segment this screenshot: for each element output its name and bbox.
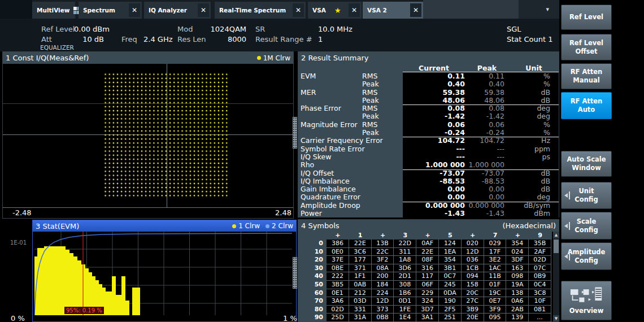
symbol-cell[interactable]: 029 (484, 240, 507, 248)
symbol-cell[interactable]: 02D (327, 306, 349, 314)
symbol-cell[interactable]: 324 (416, 297, 439, 306)
symbol-cell[interactable]: 371 (349, 264, 372, 273)
symbol-cell[interactable]: 094 (462, 272, 484, 281)
softkey-amplitude-config[interactable]: Amplitude Config (561, 242, 612, 270)
symbol-cell[interactable]: 2F5 (439, 306, 462, 314)
symbol-cell[interactable]: 01F (484, 281, 507, 289)
symbol-cell[interactable]: 3A1 (416, 314, 439, 322)
symbol-cell[interactable]: 22D (394, 240, 416, 248)
symbol-cell[interactable]: 0E0 (327, 248, 349, 256)
symbol-cell[interactable]: 354 (439, 256, 462, 264)
symbol-cell[interactable]: 12D (372, 297, 394, 306)
symbol-cell[interactable]: 251 (439, 314, 462, 322)
symbol-cell[interactable]: 190 (439, 297, 462, 306)
scroll-up-icon[interactable]: ▲ (553, 232, 559, 238)
symbol-cell[interactable]: 138 (506, 289, 529, 298)
symbol-cell[interactable]: 0B8 (372, 314, 394, 322)
sr-value[interactable]: 10.0 MHz (318, 25, 353, 33)
symbol-cell[interactable]: 1A8 (394, 256, 416, 264)
symbol-cell[interactable]: 25D (327, 314, 349, 322)
splitter-grip[interactable] (293, 117, 297, 149)
symbol-cell[interactable]: 3C6 (349, 248, 372, 256)
symbol-cell[interactable]: 245 (439, 281, 462, 289)
symbol-cell[interactable]: 1E4 (394, 314, 416, 322)
close-icon[interactable]: ✕ (410, 3, 421, 17)
mod-value[interactable]: 1024QAM (198, 25, 246, 33)
symbol-cell[interactable]: 0BE (327, 264, 349, 273)
symbol-cell[interactable]: 0AB (349, 281, 372, 289)
symbol-cell[interactable]: 224 (372, 289, 394, 298)
symbol-cell[interactable]: ... (529, 314, 551, 322)
symbol-cell[interactable]: 0E1 (327, 289, 349, 298)
symbol-cell[interactable]: 081 (529, 306, 551, 314)
symbol-cell[interactable]: 373 (372, 306, 394, 314)
softkey-overview[interactable]: Overview (561, 281, 612, 320)
symbol-cell[interactable]: 08A (372, 264, 394, 273)
symbol-cell[interactable]: 163 (506, 264, 529, 273)
symbol-cell[interactable]: 117 (416, 272, 439, 281)
symbol-cell[interactable]: 184 (372, 281, 394, 289)
symbol-cell[interactable]: 3C8 (529, 289, 551, 298)
symbol-cell[interactable]: 0C4 (529, 281, 551, 289)
symbol-cell[interactable]: 308 (394, 281, 416, 289)
symbol-cell[interactable]: 036 (462, 256, 484, 264)
symbol-cell[interactable]: 3B1 (439, 264, 462, 273)
symbol-cell[interactable]: 3B5 (327, 281, 349, 289)
symbol-cell[interactable]: 331 (349, 306, 372, 314)
symbol-cell[interactable]: 11B (484, 272, 507, 281)
symbol-cell[interactable]: 1CB (462, 264, 484, 273)
symbol-cell[interactable]: 200 (372, 272, 394, 281)
symbol-cell[interactable]: 3F2 (372, 256, 394, 264)
symbol-cell[interactable]: 020 (462, 240, 484, 248)
symbol-cell[interactable]: 3E2 (484, 256, 507, 264)
symbol-cell[interactable]: 03D (349, 297, 372, 306)
symbol-cell[interactable]: 229 (416, 289, 439, 298)
symbol-cell[interactable]: 17F (484, 248, 507, 256)
res-len-value[interactable]: 8000 (198, 35, 246, 43)
symbol-cell[interactable]: 2D1 (394, 272, 416, 281)
tab-overflow-button[interactable]: ▾ (519, 0, 559, 19)
symbol-cell[interactable]: 07C (529, 264, 551, 273)
symbol-cell[interactable]: 212 (349, 289, 372, 298)
symbol-cell[interactable]: 311 (394, 248, 416, 256)
close-icon[interactable]: ✕ (129, 3, 140, 17)
softkey-ref-level[interactable]: Ref Level (561, 5, 612, 30)
symbol-cell[interactable]: 1F1 (349, 272, 372, 281)
symbol-cell[interactable]: 31A (349, 314, 372, 322)
tab-spectrum[interactable]: Spectrum ✕ (79, 2, 142, 19)
symbol-cell[interactable]: 158 (462, 281, 484, 289)
close-icon[interactable]: ✕ (198, 3, 209, 17)
softkey-rf-atten-auto[interactable]: RF Atten Auto (561, 92, 612, 119)
symbol-cell[interactable]: 02D (529, 256, 551, 264)
symbol-cell[interactable]: 2AF (529, 248, 551, 256)
symbol-cell[interactable]: 3F9 (484, 306, 507, 314)
tab-real-time-spectrum[interactable]: Real-Time Spectrum ✕ (215, 2, 306, 19)
symbol-cell[interactable]: 1AC (484, 264, 507, 273)
evm-histogram-plot[interactable]: 95%: 0.19 % (34, 232, 292, 315)
symbol-cell[interactable]: 098 (506, 272, 529, 281)
tab-iq-analyzer[interactable]: IQ Analyzer ✕ (144, 2, 211, 19)
scrollbar-thumb[interactable] (554, 240, 559, 253)
symbol-cell[interactable]: 1B6 (394, 289, 416, 298)
result-range-value[interactable]: 1 (318, 35, 323, 43)
symbol-cell[interactable]: 1FE (394, 306, 416, 314)
symbols-scrollbar[interactable]: ▲ ▼ (553, 232, 559, 322)
window-title-bar-active[interactable]: 3 Stat(EVM) 1 Clrw 2 Clrw (33, 220, 296, 232)
symbol-cell[interactable]: 386 (327, 240, 349, 248)
symbol-cell[interactable]: 3A6 (327, 297, 349, 306)
symbol-cell[interactable]: 024 (506, 248, 529, 256)
symbol-cell[interactable]: 22E (349, 240, 372, 248)
symbol-cell[interactable]: 0A6 (506, 297, 529, 306)
symbol-cell[interactable]: 10F (529, 297, 551, 306)
symbol-cell[interactable]: 19A (506, 281, 529, 289)
close-icon[interactable]: ✕ (349, 3, 360, 17)
window-title-bar[interactable]: 2 Result Summary (298, 52, 559, 64)
symbol-cell[interactable]: 37E (327, 256, 349, 264)
symbol-cell[interactable]: 3D7 (416, 306, 439, 314)
symbol-cell[interactable]: 354 (506, 240, 529, 248)
symbol-cell[interactable]: 12D (462, 248, 484, 256)
symbol-cell[interactable]: 0C7 (439, 272, 462, 281)
symbol-cell[interactable]: 3D6 (394, 264, 416, 273)
symbol-cell[interactable]: 095 (484, 314, 507, 322)
symbol-cell[interactable]: 1EA (439, 248, 462, 256)
